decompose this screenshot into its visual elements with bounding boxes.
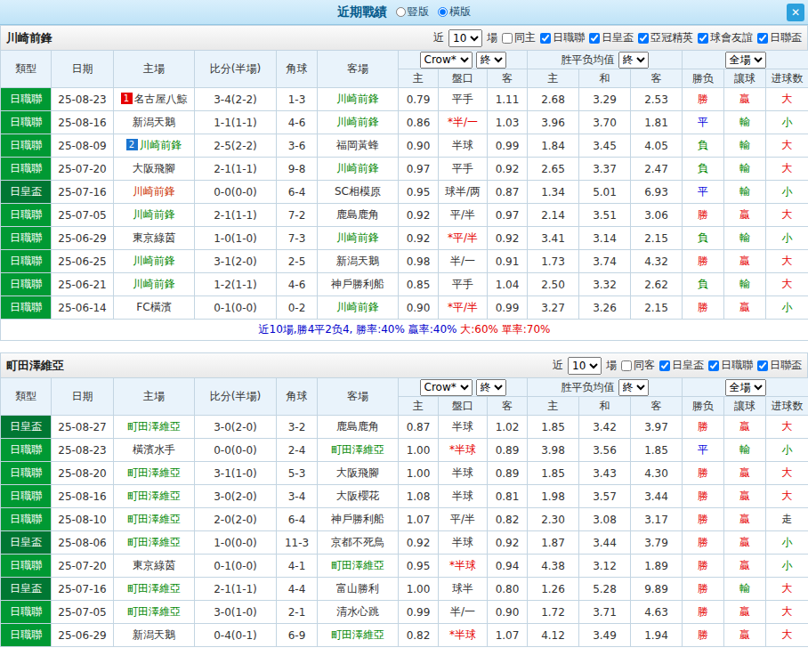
filter-option[interactable]: 同客 <box>621 358 655 373</box>
layout-option-label: 豎版 <box>408 4 429 20</box>
filter-checkbox[interactable] <box>757 360 768 371</box>
home-team-name: 町田澤維亞 <box>127 605 181 618</box>
filter-checkbox[interactable] <box>698 33 708 44</box>
home-team[interactable]: 川崎前鋒 <box>114 204 195 227</box>
final-odds-select[interactable]: 終 <box>476 52 506 69</box>
home-team[interactable]: 2川崎前鋒 <box>114 134 195 158</box>
away-team[interactable]: 清水心跳 <box>318 601 399 624</box>
away-team[interactable]: 鹿島鹿角 <box>318 204 399 227</box>
filter-option[interactable]: 日聯盃 <box>757 30 802 45</box>
odds-home: 1.07 <box>399 508 439 531</box>
layout-option[interactable]: 豎版 <box>396 4 429 20</box>
home-team[interactable]: 川崎前鋒 <box>114 273 195 296</box>
filter-option[interactable]: 日職聯 <box>708 358 753 373</box>
home-team[interactable]: 町田澤維亞 <box>114 462 195 485</box>
result-handicap: 贏 <box>724 508 766 531</box>
sections-container: 川崎前鋒近10場同主日職聯日皇盃亞冠精英球會友誼日聯盃類型日期主場比分(半場)角… <box>0 25 808 647</box>
home-team[interactable]: 町田澤維亞 <box>114 601 195 624</box>
away-team[interactable]: 大阪飛腳 <box>318 462 399 485</box>
match-row: 日職聯25-08-20町田澤維亞3-1(1-0)5-3大阪飛腳1.00半球0.8… <box>1 462 808 485</box>
home-team[interactable]: 川崎前鋒 <box>114 181 195 204</box>
odds-away: 1.11 <box>488 88 528 111</box>
corners: 6-4 <box>277 181 318 204</box>
away-team[interactable]: 川崎前鋒 <box>318 227 399 250</box>
home-team[interactable]: 東京綠茵 <box>114 555 195 578</box>
home-team[interactable]: 新潟天鵝 <box>114 111 195 134</box>
away-team[interactable]: 川崎前鋒 <box>318 88 399 111</box>
filter-option[interactable]: 日聯盃 <box>757 358 802 373</box>
away-team[interactable]: 神戶勝利船 <box>318 508 399 531</box>
home-team[interactable]: 大阪飛腳 <box>114 158 195 181</box>
score: 1-1(1-1) <box>195 111 277 134</box>
avg-final-select[interactable]: 終 <box>618 52 649 69</box>
home-team[interactable]: 町田澤維亞 <box>114 485 195 508</box>
odds-home: 0.97 <box>399 158 439 181</box>
fullmatch-select[interactable]: 全場 <box>725 379 766 396</box>
col-subheader: 讓球 <box>724 397 766 416</box>
layout-option[interactable]: 橫版 <box>438 4 471 20</box>
odds-away: 0.91 <box>488 250 528 273</box>
layout-radio[interactable] <box>396 7 406 17</box>
home-team[interactable]: 町田澤維亞 <box>114 416 195 439</box>
filter-option[interactable]: 日職聯 <box>540 30 585 45</box>
away-team[interactable]: SC相模原 <box>318 181 399 204</box>
filter-checkbox[interactable] <box>540 33 551 44</box>
corners: 1-3 <box>277 88 318 111</box>
close-button[interactable]: ✕ <box>787 4 804 21</box>
away-team[interactable]: 町田澤維亞 <box>318 439 399 462</box>
match-row: 日皇盃25-08-27町田澤維亞3-0(2-0)3-2鹿島鹿角0.87半球1.0… <box>1 416 808 439</box>
filter-checkbox[interactable] <box>502 33 513 44</box>
away-team[interactable]: 町田澤維亞 <box>318 555 399 578</box>
col-subheader: 进球数 <box>766 69 808 88</box>
filter-checkbox[interactable] <box>589 33 600 44</box>
away-team[interactable]: 福岡黃蜂 <box>318 134 399 158</box>
home-team[interactable]: 町田澤維亞 <box>114 578 195 601</box>
result-goals: 小 <box>766 111 808 134</box>
filter-option[interactable]: 球會友誼 <box>698 30 753 45</box>
filter-label: 日職聯 <box>553 30 585 45</box>
home-team[interactable]: 1名古屋八鯨 <box>114 88 195 111</box>
fullmatch-select[interactable]: 全場 <box>725 52 766 69</box>
filter-option[interactable]: 同主 <box>502 30 536 45</box>
filter-option[interactable]: 亞冠精英 <box>638 30 693 45</box>
handicap-line: *半球 <box>439 624 488 647</box>
bookmaker-select[interactable]: Crow* <box>420 379 473 396</box>
home-team[interactable]: 川崎前鋒 <box>114 250 195 273</box>
away-team[interactable]: 京都不死鳥 <box>318 531 399 555</box>
away-team[interactable]: 大阪櫻花 <box>318 485 399 508</box>
avg-away-odds: 3.79 <box>631 531 683 555</box>
final-odds-select[interactable]: 終 <box>476 379 506 396</box>
filter-option[interactable]: 日皇盃 <box>659 358 704 373</box>
handicap-line: 半球 <box>439 416 488 439</box>
filter-checkbox[interactable] <box>638 33 649 44</box>
away-team[interactable]: 川崎前鋒 <box>318 296 399 320</box>
layout-radio[interactable] <box>438 7 448 17</box>
away-team[interactable]: 神戶勝利船 <box>318 273 399 296</box>
home-team[interactable]: 町田澤維亞 <box>114 508 195 531</box>
score: 2-0(2-0) <box>195 508 277 531</box>
home-team[interactable]: 橫濱水手 <box>114 439 195 462</box>
odds-away: 0.81 <box>488 485 528 508</box>
filter-checkbox[interactable] <box>757 33 768 44</box>
filter-option[interactable]: 日皇盃 <box>589 30 634 45</box>
games-count-select[interactable]: 10 <box>448 29 482 47</box>
away-team[interactable]: 富山勝利 <box>318 578 399 601</box>
result-wdl: 勝 <box>683 578 724 601</box>
filter-checkbox[interactable] <box>708 360 719 371</box>
away-team[interactable]: 新潟天鵝 <box>318 250 399 273</box>
games-count-select[interactable]: 10 <box>568 357 602 375</box>
away-team[interactable]: 鹿島鹿角 <box>318 416 399 439</box>
odds-home: 1.00 <box>399 462 439 485</box>
bookmaker-select[interactable]: Crow* <box>420 52 473 69</box>
away-team[interactable]: 川崎前鋒 <box>318 111 399 134</box>
avg-away-odds: 2.15 <box>631 227 683 250</box>
away-team[interactable]: 町田澤維亞 <box>318 624 399 647</box>
home-team[interactable]: 東京綠茵 <box>114 227 195 250</box>
home-team[interactable]: 町田澤維亞 <box>114 531 195 555</box>
avg-final-select[interactable]: 終 <box>618 379 649 396</box>
home-team[interactable]: 新潟天鵝 <box>114 624 195 647</box>
filter-checkbox[interactable] <box>621 360 632 371</box>
home-team[interactable]: FC橫濱 <box>114 296 195 320</box>
away-team[interactable]: 川崎前鋒 <box>318 158 399 181</box>
filter-checkbox[interactable] <box>659 360 670 371</box>
